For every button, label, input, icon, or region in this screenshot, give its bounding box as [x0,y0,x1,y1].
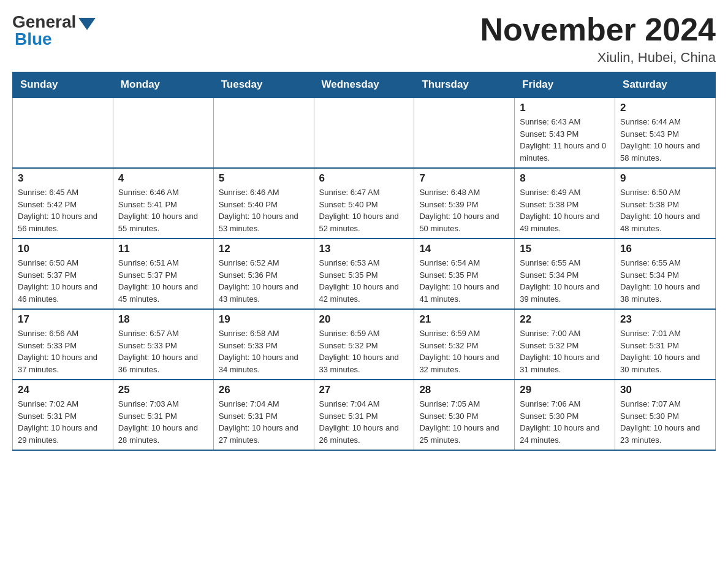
day-number: 15 [520,243,610,255]
day-info: Sunrise: 6:48 AMSunset: 5:39 PMDaylight:… [419,186,509,234]
page-header: General Blue November 2024 Xiulin, Hubei… [12,12,716,66]
calendar-cell: 3Sunrise: 6:45 AMSunset: 5:42 PMDaylight… [13,168,113,239]
day-number: 3 [18,172,108,185]
calendar-week-3: 10Sunrise: 6:50 AMSunset: 5:37 PMDayligh… [13,239,716,309]
title-section: November 2024 Xiulin, Hubei, China [480,12,716,66]
logo-blue-text: Blue [15,29,52,49]
day-number: 2 [620,102,710,114]
calendar-cell: 19Sunrise: 6:58 AMSunset: 5:33 PMDayligh… [213,309,314,380]
calendar-cell: 12Sunrise: 6:52 AMSunset: 5:36 PMDayligh… [213,239,314,309]
day-info: Sunrise: 6:45 AMSunset: 5:42 PMDaylight:… [18,186,108,234]
day-number: 20 [319,313,409,326]
calendar-cell [314,98,414,168]
weekday-header-thursday: Thursday [414,72,515,98]
calendar-cell: 22Sunrise: 7:00 AMSunset: 5:32 PMDayligh… [515,309,615,380]
day-info: Sunrise: 7:07 AMSunset: 5:30 PMDaylight:… [620,398,710,446]
day-info: Sunrise: 7:04 AMSunset: 5:31 PMDaylight:… [219,398,309,446]
subtitle: Xiulin, Hubei, China [480,50,716,66]
calendar-cell: 10Sunrise: 6:50 AMSunset: 5:37 PMDayligh… [13,239,113,309]
day-number: 21 [419,313,509,326]
day-info: Sunrise: 6:46 AMSunset: 5:41 PMDaylight:… [118,186,208,234]
day-number: 18 [118,313,208,326]
day-info: Sunrise: 6:46 AMSunset: 5:40 PMDaylight:… [219,186,309,234]
calendar-cell: 9Sunrise: 6:50 AMSunset: 5:38 PMDaylight… [615,168,716,239]
calendar-cell: 27Sunrise: 7:04 AMSunset: 5:31 PMDayligh… [314,380,414,450]
day-number: 7 [419,172,509,185]
calendar-week-5: 24Sunrise: 7:02 AMSunset: 5:31 PMDayligh… [13,380,716,450]
day-info: Sunrise: 6:57 AMSunset: 5:33 PMDaylight:… [118,327,208,375]
calendar-cell: 7Sunrise: 6:48 AMSunset: 5:39 PMDaylight… [414,168,515,239]
day-info: Sunrise: 6:47 AMSunset: 5:40 PMDaylight:… [319,186,409,234]
day-number: 11 [118,243,208,255]
calendar-table: SundayMondayTuesdayWednesdayThursdayFrid… [12,72,716,451]
calendar-cell: 4Sunrise: 6:46 AMSunset: 5:41 PMDaylight… [113,168,213,239]
day-number: 16 [620,243,710,255]
weekday-header-row: SundayMondayTuesdayWednesdayThursdayFrid… [13,72,716,98]
main-title: November 2024 [480,12,716,47]
calendar-cell: 6Sunrise: 6:47 AMSunset: 5:40 PMDaylight… [314,168,414,239]
calendar-cell: 24Sunrise: 7:02 AMSunset: 5:31 PMDayligh… [13,380,113,450]
day-info: Sunrise: 6:50 AMSunset: 5:37 PMDaylight:… [18,257,108,305]
calendar-cell: 29Sunrise: 7:06 AMSunset: 5:30 PMDayligh… [515,380,615,450]
day-info: Sunrise: 6:56 AMSunset: 5:33 PMDaylight:… [18,327,108,375]
day-number: 24 [18,384,108,396]
day-number: 12 [219,243,309,255]
day-info: Sunrise: 6:51 AMSunset: 5:37 PMDaylight:… [118,257,208,305]
calendar-cell: 16Sunrise: 6:55 AMSunset: 5:34 PMDayligh… [615,239,716,309]
day-info: Sunrise: 6:59 AMSunset: 5:32 PMDaylight:… [319,327,409,375]
day-info: Sunrise: 6:58 AMSunset: 5:33 PMDaylight:… [219,327,309,375]
calendar-cell: 20Sunrise: 6:59 AMSunset: 5:32 PMDayligh… [314,309,414,380]
calendar-week-2: 3Sunrise: 6:45 AMSunset: 5:42 PMDaylight… [13,168,716,239]
calendar-cell: 28Sunrise: 7:05 AMSunset: 5:30 PMDayligh… [414,380,515,450]
logo: General Blue [12,12,96,49]
day-info: Sunrise: 7:01 AMSunset: 5:31 PMDaylight:… [620,327,710,375]
day-number: 30 [620,384,710,396]
day-number: 6 [319,172,409,185]
day-number: 22 [520,313,610,326]
calendar-cell: 8Sunrise: 6:49 AMSunset: 5:38 PMDaylight… [515,168,615,239]
calendar-cell [414,98,515,168]
day-number: 26 [219,384,309,396]
day-number: 9 [620,172,710,185]
calendar-cell: 13Sunrise: 6:53 AMSunset: 5:35 PMDayligh… [314,239,414,309]
day-info: Sunrise: 6:59 AMSunset: 5:32 PMDaylight:… [419,327,509,375]
calendar-cell: 18Sunrise: 6:57 AMSunset: 5:33 PMDayligh… [113,309,213,380]
calendar-cell: 15Sunrise: 6:55 AMSunset: 5:34 PMDayligh… [515,239,615,309]
day-number: 25 [118,384,208,396]
day-number: 13 [319,243,409,255]
day-number: 29 [520,384,610,396]
calendar-cell: 25Sunrise: 7:03 AMSunset: 5:31 PMDayligh… [113,380,213,450]
calendar-cell: 5Sunrise: 6:46 AMSunset: 5:40 PMDaylight… [213,168,314,239]
calendar-week-4: 17Sunrise: 6:56 AMSunset: 5:33 PMDayligh… [13,309,716,380]
weekday-header-saturday: Saturday [615,72,716,98]
day-info: Sunrise: 6:50 AMSunset: 5:38 PMDaylight:… [620,186,710,234]
day-number: 4 [118,172,208,185]
weekday-header-monday: Monday [113,72,213,98]
day-number: 5 [219,172,309,185]
calendar-cell: 21Sunrise: 6:59 AMSunset: 5:32 PMDayligh… [414,309,515,380]
day-info: Sunrise: 6:44 AMSunset: 5:43 PMDaylight:… [620,116,710,164]
calendar-cell: 17Sunrise: 6:56 AMSunset: 5:33 PMDayligh… [13,309,113,380]
day-number: 10 [18,243,108,255]
day-info: Sunrise: 6:52 AMSunset: 5:36 PMDaylight:… [219,257,309,305]
calendar-cell: 23Sunrise: 7:01 AMSunset: 5:31 PMDayligh… [615,309,716,380]
calendar-cell: 26Sunrise: 7:04 AMSunset: 5:31 PMDayligh… [213,380,314,450]
day-info: Sunrise: 6:43 AMSunset: 5:43 PMDaylight:… [520,116,610,164]
day-number: 23 [620,313,710,326]
day-info: Sunrise: 7:02 AMSunset: 5:31 PMDaylight:… [18,398,108,446]
day-info: Sunrise: 7:04 AMSunset: 5:31 PMDaylight:… [319,398,409,446]
day-number: 14 [419,243,509,255]
calendar-cell: 2Sunrise: 6:44 AMSunset: 5:43 PMDaylight… [615,98,716,168]
day-info: Sunrise: 7:05 AMSunset: 5:30 PMDaylight:… [419,398,509,446]
calendar-cell: 14Sunrise: 6:54 AMSunset: 5:35 PMDayligh… [414,239,515,309]
day-info: Sunrise: 7:03 AMSunset: 5:31 PMDaylight:… [118,398,208,446]
day-info: Sunrise: 6:54 AMSunset: 5:35 PMDaylight:… [419,257,509,305]
day-info: Sunrise: 6:53 AMSunset: 5:35 PMDaylight:… [319,257,409,305]
day-number: 27 [319,384,409,396]
calendar-week-1: 1Sunrise: 6:43 AMSunset: 5:43 PMDaylight… [13,98,716,168]
logo-arrow-icon [78,18,96,30]
calendar-cell [113,98,213,168]
day-number: 1 [520,102,610,114]
calendar-cell [213,98,314,168]
day-info: Sunrise: 7:06 AMSunset: 5:30 PMDaylight:… [520,398,610,446]
